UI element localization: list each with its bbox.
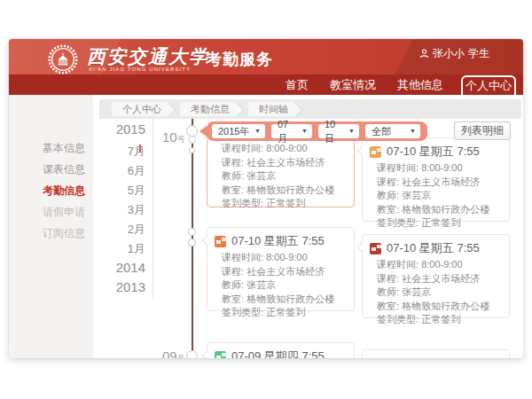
timeline-year-2014[interactable]: 2014	[106, 260, 145, 275]
timeline-month-6[interactable]: 6月	[106, 163, 145, 179]
user-info[interactable]: 张小小 学生	[419, 46, 489, 61]
month-select[interactable]: 07月▼	[271, 124, 312, 138]
service-name: 考勤服务	[206, 49, 273, 70]
sidebar-item-subscription-info[interactable]: 订阅信息	[43, 226, 85, 241]
timeline-node	[186, 350, 198, 358]
timeline-month-2[interactable]: 2月	[106, 222, 145, 238]
content-area: 基本信息 课表信息 考勤信息 请假申请 订阅信息 个人中心 考勤信息 时间轴 2…	[9, 95, 523, 358]
calendar-icon	[215, 236, 226, 247]
day-marker-10: 10号	[162, 129, 185, 145]
card-title: 07-09 星期四 7:55	[231, 348, 325, 358]
breadcrumb-personal-center[interactable]: 个人中心	[112, 102, 168, 116]
chevron-down-icon: ▼	[254, 124, 261, 138]
timeline-rail-divider	[153, 114, 153, 301]
app-window: 西安交通大学 XI'AN JIAO TONG UNIVERSITY 考勤服务 张…	[9, 39, 523, 358]
timeline-node	[188, 239, 196, 246]
year-select[interactable]: 2015年▼	[212, 124, 265, 138]
chevron-down-icon: ▼	[410, 124, 416, 138]
person-icon	[419, 49, 429, 59]
user-name: 张小小	[433, 46, 465, 61]
timeline-node	[188, 136, 196, 144]
nav-items: 首页 教室情况 其他信息 个人中心	[275, 74, 523, 95]
timeline-month-5[interactable]: 5月	[106, 183, 145, 199]
card-title: 07-10 星期五 7:55	[231, 233, 325, 249]
user-role: 学生	[468, 46, 489, 61]
university-logo-icon	[48, 44, 78, 74]
nav-item-home[interactable]: 首页	[275, 74, 319, 95]
attendance-card[interactable]: 07-10 星期五 7:55 课程时间: 8:00-9:00 课程: 社会主义市…	[207, 227, 355, 311]
chevron-down-icon: ▼	[301, 124, 308, 138]
timeline-node	[189, 147, 195, 153]
breadcrumb: 个人中心 考勤信息 时间轴	[99, 99, 521, 119]
list-detail-button[interactable]: 列表明细	[454, 121, 511, 140]
card-title: 07-10 星期五 7:55	[387, 240, 480, 256]
sidebar-item-attendance-info[interactable]: 考勤信息	[43, 184, 85, 199]
nav-item-other[interactable]: 其他信息	[387, 74, 454, 95]
breadcrumb-timeline[interactable]: 时间轴	[248, 102, 295, 116]
timeline-node	[188, 228, 196, 236]
nav-item-personal-center[interactable]: 个人中心	[461, 75, 516, 95]
calendar-icon	[215, 351, 226, 359]
timeline-year-2015[interactable]: 2015	[106, 121, 145, 137]
filter-bar: 2015年▼ 07月▼ 10日▼ 全部▼	[207, 121, 427, 141]
university-name: 西安交通大学	[87, 44, 209, 69]
timeline-month-3[interactable]: 3月	[106, 202, 145, 218]
university-name-en: XI'AN JIAO TONG UNIVERSITY	[89, 66, 191, 72]
timeline-month-1[interactable]: 1月	[106, 241, 145, 257]
breadcrumb-attendance-info[interactable]: 考勤信息	[180, 102, 237, 116]
sidebar-item-basic-info[interactable]: 基本信息	[43, 141, 85, 156]
filter-bar-tail	[200, 126, 207, 137]
sidebar-item-leave-request[interactable]: 请假申请	[43, 205, 85, 220]
sidebar-item-schedule-info[interactable]: 课表信息	[43, 162, 85, 177]
calendar-icon	[370, 146, 381, 158]
calendar-icon	[370, 243, 381, 254]
attendance-card[interactable]: 07-10 星期五 7:55 课程时间: 8:00-9:00 课程: 社会主义市…	[362, 137, 510, 222]
attendance-card[interactable]: 07-10 星期五 7:55 课程时间: 8:00-9:00 课程: 社会主义市…	[362, 234, 510, 318]
current-month-marker	[139, 145, 141, 153]
type-select[interactable]: 全部▼	[365, 124, 420, 138]
chevron-down-icon: ▼	[348, 124, 355, 138]
nav-item-classrooms[interactable]: 教室情况	[319, 74, 387, 95]
day-marker-09: 09号	[162, 348, 185, 358]
attendance-card[interactable]: 07-09 星期四 7:55	[207, 342, 355, 358]
sidebar: 基本信息 课表信息 考勤信息 请假申请 订阅信息	[9, 95, 93, 358]
timeline-year-2013[interactable]: 2013	[106, 279, 145, 294]
day-select[interactable]: 10日▼	[318, 124, 359, 138]
card-title: 07-10 星期五 7:55	[387, 144, 480, 160]
attendance-card[interactable]	[362, 349, 510, 358]
